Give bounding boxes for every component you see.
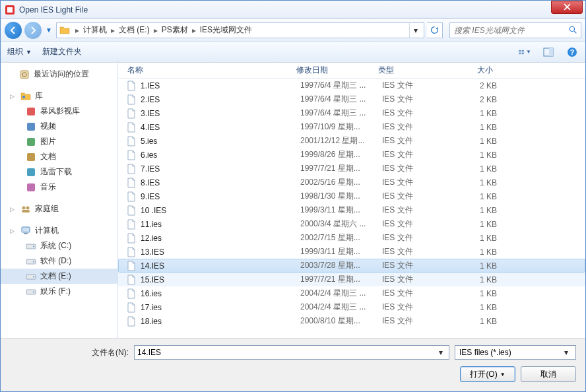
new-folder-button[interactable]: 新建文件夹 <box>42 46 82 57</box>
file-size: 1 KB <box>449 247 502 257</box>
file-size: 1 KB <box>449 261 502 271</box>
sidebar-drive-item[interactable]: 文档 (E:) <box>1 269 117 284</box>
file-row[interactable]: 6.ies1999/8/26 星期...IES 文件1 KB <box>118 148 585 162</box>
help-button[interactable]: ? <box>566 46 579 59</box>
file-row[interactable]: 4.IES1997/10/9 星期...IES 文件1 KB <box>118 120 585 134</box>
sidebar-drive-item[interactable]: 娱乐 (F:) <box>1 284 117 299</box>
library-icon <box>20 91 31 102</box>
file-date: 2004/2/4 星期三 ... <box>295 288 377 299</box>
open-button[interactable]: 打开(O) ▼ <box>460 366 515 382</box>
open-file-dialog: Open IES Light File ▼ ▸ 计算机 ▸ 文档 (E:) ▸ … <box>0 0 586 392</box>
file-icon <box>126 81 137 91</box>
file-date: 2004/2/4 星期三 ... <box>295 302 377 313</box>
close-button[interactable] <box>551 1 583 14</box>
sidebar-library-item[interactable]: 图片 <box>1 134 117 149</box>
refresh-button[interactable] <box>427 22 443 38</box>
svg-rect-1 <box>7 7 13 13</box>
breadcrumb[interactable]: ▸ 计算机 ▸ 文档 (E:) ▸ PS素材 ▸ IES光域网文件 ▾ <box>56 22 424 38</box>
search-button[interactable] <box>565 26 581 34</box>
nav-back-button[interactable] <box>5 22 22 39</box>
file-row[interactable]: 10 .IES1999/3/11 星期...IES 文件1 KB <box>118 203 585 217</box>
nav-history-dropdown[interactable]: ▼ <box>44 24 53 37</box>
file-type: IES 文件 <box>377 94 449 105</box>
file-row[interactable]: 12.ies2002/7/15 星期...IES 文件1 KB <box>118 231 585 245</box>
file-row[interactable]: 17.ies2004/2/4 星期三 ...IES 文件1 KB <box>118 300 585 314</box>
filename-input[interactable] <box>137 348 436 357</box>
file-row[interactable]: 16.ies2004/2/4 星期三 ...IES 文件1 KB <box>118 286 585 300</box>
breadcrumb-dropdown[interactable]: ▾ <box>409 23 421 38</box>
file-row[interactable]: 18.ies2000/8/10 星期...IES 文件1 KB <box>118 314 585 328</box>
file-name: 9.IES <box>141 192 295 201</box>
col-date[interactable]: 修改日期 <box>291 65 373 76</box>
search-icon <box>569 26 577 34</box>
file-list[interactable]: 1.IES1997/6/4 星期三 ...IES 文件2 KB2.IES1997… <box>118 79 585 338</box>
col-name[interactable]: 名称 <box>122 65 291 76</box>
file-row[interactable]: 5.ies2001/12/12 星期...IES 文件1 KB <box>118 134 585 148</box>
file-row[interactable]: 3.IES1997/6/4 星期三 ...IES 文件1 KB <box>118 106 585 120</box>
cancel-button[interactable]: 取消 <box>521 366 576 382</box>
sidebar-recent[interactable]: 最近访问的位置 <box>1 67 117 82</box>
chevron-down-icon: ▼ <box>26 49 32 55</box>
file-icon <box>126 261 137 271</box>
file-row[interactable]: 7.IES1997/7/21 星期...IES 文件1 KB <box>118 162 585 176</box>
file-row[interactable]: 11.ies2000/3/4 星期六 ...IES 文件1 KB <box>118 217 585 231</box>
nav-forward-button[interactable] <box>24 22 42 39</box>
file-row[interactable]: 14.IES2003/7/28 星期...IES 文件1 KB <box>118 259 585 273</box>
svg-point-26 <box>33 245 34 247</box>
svg-rect-6 <box>522 52 524 54</box>
filename-label: 文件名(N): <box>10 347 129 358</box>
sidebar-library-item[interactable]: 音乐 <box>1 180 117 195</box>
sidebar-drive-item[interactable]: 软件 (D:) <box>1 253 117 269</box>
sidebar-library-item[interactable]: 视频 <box>1 119 117 134</box>
filename-combo[interactable]: ▾ <box>134 345 449 360</box>
crumb[interactable]: PS素材 <box>159 24 191 36</box>
filetype-combo[interactable]: IES files (*.ies) ▾ <box>455 345 576 360</box>
file-row[interactable]: 1.IES1997/6/4 星期三 ...IES 文件2 KB <box>118 79 585 92</box>
recent-icon <box>19 69 30 80</box>
crumb[interactable]: IES光域网文件 <box>197 24 255 36</box>
file-icon <box>126 219 137 230</box>
search-box[interactable] <box>449 22 581 38</box>
file-row[interactable]: 13.IES1999/3/11 星期...IES 文件1 KB <box>118 245 585 259</box>
file-row[interactable]: 15.IES1997/7/21 星期...IES 文件1 KB <box>118 273 585 286</box>
file-row[interactable]: 2.IES1997/6/4 星期三 ...IES 文件2 KB <box>118 92 585 106</box>
file-row[interactable]: 9.IES1998/1/30 星期...IES 文件1 KB <box>118 189 585 203</box>
file-icon <box>126 275 137 285</box>
sidebar-drive-item[interactable]: 系统 (C:) <box>1 238 117 253</box>
view-options-button[interactable]: ▼ <box>518 46 531 59</box>
cancel-label: 取消 <box>540 369 556 380</box>
file-icon <box>126 205 137 216</box>
sidebar-library-header[interactable]: ▷ 库 <box>1 88 117 104</box>
filename-dropdown[interactable]: ▾ <box>436 348 446 357</box>
chevron-down-icon: ▼ <box>500 372 505 377</box>
file-type: IES 文件 <box>377 205 449 216</box>
close-icon <box>564 3 571 11</box>
col-size[interactable]: 大小 <box>445 65 498 76</box>
crumb[interactable]: 计算机 <box>81 24 110 36</box>
file-type: IES 文件 <box>377 163 449 174</box>
organize-button[interactable]: 组织 ▼ <box>7 46 32 57</box>
preview-pane-button[interactable] <box>542 46 555 59</box>
svg-rect-18 <box>27 168 35 176</box>
filetype-dropdown[interactable]: ▾ <box>561 348 571 357</box>
file-date: 2000/3/4 星期六 ... <box>295 218 377 230</box>
crumb[interactable]: 文档 (E:) <box>116 24 152 36</box>
sidebar-computer-header[interactable]: ▷ 计算机 <box>1 223 117 238</box>
chevron-right-icon: ▸ <box>110 26 116 35</box>
column-headers: 名称 修改日期 类型 大小 <box>118 63 585 79</box>
arrow-left-icon <box>9 26 17 34</box>
search-input[interactable] <box>450 26 565 35</box>
file-row[interactable]: 8.IES2002/5/16 星期...IES 文件1 KB <box>118 176 585 189</box>
col-type[interactable]: 类型 <box>373 65 445 76</box>
svg-rect-8 <box>549 48 553 56</box>
svg-rect-5 <box>519 52 521 54</box>
homegroup-icon <box>20 204 31 214</box>
sidebar-homegroup[interactable]: ▷ 家庭组 <box>1 201 117 216</box>
library-item-icon <box>26 137 36 147</box>
sidebar-library-item[interactable]: 暴风影视库 <box>1 104 117 119</box>
file-date: 2003/7/28 星期... <box>295 260 377 271</box>
sidebar-item-label: 系统 (C:) <box>40 240 71 251</box>
filetype-label: IES files (*.ies) <box>459 348 561 357</box>
sidebar-library-item[interactable]: 迅雷下载 <box>1 164 117 180</box>
sidebar-library-item[interactable]: 文档 <box>1 149 117 164</box>
